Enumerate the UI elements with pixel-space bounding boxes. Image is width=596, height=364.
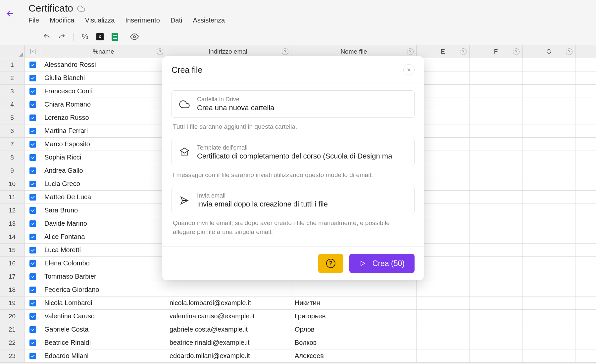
cell-name[interactable]: Marco Esposito	[41, 138, 166, 151]
cell-name[interactable]: Alessandro Rossi	[41, 58, 166, 71]
help-icon[interactable]: ?	[407, 48, 414, 55]
percent-button[interactable]: %	[82, 32, 88, 41]
cell[interactable]	[470, 296, 522, 309]
cell[interactable]	[522, 58, 575, 71]
cell[interactable]	[470, 151, 522, 164]
row-number[interactable]: 6	[0, 124, 25, 137]
cell-name[interactable]: Andrea Gallo	[41, 164, 166, 177]
cell-name[interactable]: Matteo De Luca	[41, 191, 166, 204]
row-checkbox-cell[interactable]	[25, 138, 41, 151]
cell[interactable]	[522, 85, 575, 98]
row-checkbox-cell[interactable]	[25, 191, 41, 204]
cell[interactable]	[470, 58, 522, 71]
cell[interactable]	[417, 138, 470, 151]
menu-dati[interactable]: Dati	[171, 17, 182, 24]
cell[interactable]	[470, 98, 522, 111]
document-title[interactable]: Certificato	[28, 3, 73, 14]
undo-button[interactable]	[43, 33, 50, 40]
email-template-option[interactable]: Template dell'email Certificato di compl…	[172, 139, 415, 166]
cell-filename[interactable]: Никитин	[291, 296, 417, 309]
row-checkbox-cell[interactable]	[25, 151, 41, 164]
cell[interactable]	[470, 230, 522, 243]
cell[interactable]	[470, 138, 522, 151]
row-number[interactable]: 13	[0, 217, 25, 230]
cell[interactable]	[470, 85, 522, 98]
cell[interactable]	[470, 257, 522, 270]
column-header-name[interactable]: %name?	[41, 45, 166, 58]
cell[interactable]	[522, 204, 575, 217]
cell-email[interactable]: gabriele.costa@example.it	[166, 323, 291, 336]
row-checkbox-cell[interactable]	[25, 217, 41, 230]
column-header-g[interactable]: G?	[522, 45, 575, 58]
cell[interactable]	[470, 310, 522, 323]
cell[interactable]	[470, 71, 522, 84]
cell[interactable]	[417, 85, 470, 98]
send-email-option[interactable]: Invia email Invia email dopo la creazion…	[172, 187, 415, 214]
cell[interactable]	[417, 323, 470, 336]
cell[interactable]	[417, 164, 470, 177]
cell-email[interactable]: valentina.caruso@example.it	[166, 310, 291, 323]
create-button[interactable]: Crea (50)	[349, 254, 415, 273]
cell[interactable]	[417, 257, 470, 270]
cell-name[interactable]: Gabriele Costa	[41, 323, 166, 336]
cell[interactable]	[417, 270, 470, 283]
cell-filename[interactable]	[291, 283, 417, 296]
row-checkbox-cell[interactable]	[25, 296, 41, 309]
cell-filename[interactable]: Орлов	[291, 323, 417, 336]
row-number[interactable]: 7	[0, 138, 25, 151]
row-checkbox-cell[interactable]	[25, 71, 41, 84]
row-checkbox-cell[interactable]	[25, 310, 41, 323]
cell[interactable]	[522, 336, 575, 349]
cell[interactable]	[470, 111, 522, 124]
cell-name[interactable]: Davide Marino	[41, 217, 166, 230]
menu-inserimento[interactable]: Inserimento	[125, 17, 160, 24]
cell[interactable]	[522, 230, 575, 243]
cell[interactable]	[417, 296, 470, 309]
cell-name[interactable]: Sara Bruno	[41, 204, 166, 217]
cell[interactable]	[470, 336, 522, 349]
help-icon[interactable]: ?	[282, 48, 288, 55]
row-number[interactable]: 20	[0, 310, 25, 323]
cell-name[interactable]: Elena Colombo	[41, 257, 166, 270]
row-number[interactable]: 12	[0, 204, 25, 217]
menu-file[interactable]: File	[28, 17, 39, 24]
cell[interactable]	[470, 191, 522, 204]
close-button[interactable]	[403, 64, 415, 75]
row-number[interactable]: 17	[0, 270, 25, 283]
cell-name[interactable]: Martina Ferrari	[41, 124, 166, 137]
row-number[interactable]: 15	[0, 244, 25, 256]
cell[interactable]	[470, 124, 522, 137]
help-icon[interactable]: ?	[513, 48, 520, 55]
row-number[interactable]: 1	[0, 58, 25, 71]
cell-email[interactable]: nicola.lombardi@example.it	[166, 296, 291, 309]
row-checkbox-cell[interactable]	[25, 177, 41, 190]
select-all-corner[interactable]	[0, 45, 25, 58]
cell-filename[interactable]: Григорьев	[291, 310, 417, 323]
row-checkbox-cell[interactable]	[25, 270, 41, 283]
cell-name[interactable]: Tommaso Barbieri	[41, 270, 166, 283]
cell[interactable]	[417, 244, 470, 256]
cell[interactable]	[417, 177, 470, 190]
redo-button[interactable]	[58, 33, 66, 40]
cell[interactable]	[522, 124, 575, 137]
cell-email[interactable]: beatrice.rinaldi@example.it	[166, 336, 291, 349]
cell[interactable]	[522, 270, 575, 283]
cell[interactable]	[470, 204, 522, 217]
sheets-export-button[interactable]	[112, 33, 118, 41]
cell[interactable]	[470, 244, 522, 256]
cell[interactable]	[470, 177, 522, 190]
cell[interactable]	[417, 336, 470, 349]
cell[interactable]	[522, 138, 575, 151]
cell[interactable]	[522, 111, 575, 124]
cell[interactable]	[417, 230, 470, 243]
row-number[interactable]: 2	[0, 71, 25, 84]
cell-filename[interactable]: Алексеев	[291, 349, 417, 362]
cell-name[interactable]: Lucia Greco	[41, 177, 166, 190]
row-checkbox-cell[interactable]	[25, 323, 41, 336]
cell[interactable]	[417, 191, 470, 204]
cell[interactable]	[417, 111, 470, 124]
cell[interactable]	[522, 177, 575, 190]
row-checkbox-cell[interactable]	[25, 111, 41, 124]
cell[interactable]	[522, 323, 575, 336]
cell-name[interactable]: Lorenzo Russo	[41, 111, 166, 124]
